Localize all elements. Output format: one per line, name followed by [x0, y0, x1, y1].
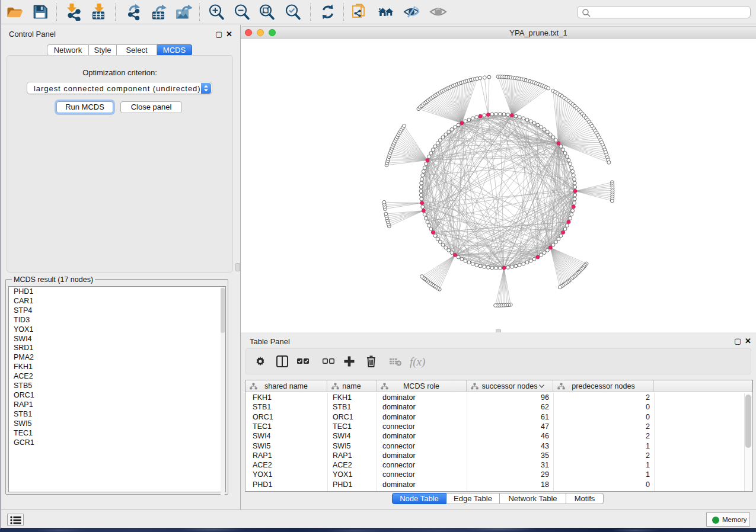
svg-text:f(x): f(x): [410, 355, 425, 368]
